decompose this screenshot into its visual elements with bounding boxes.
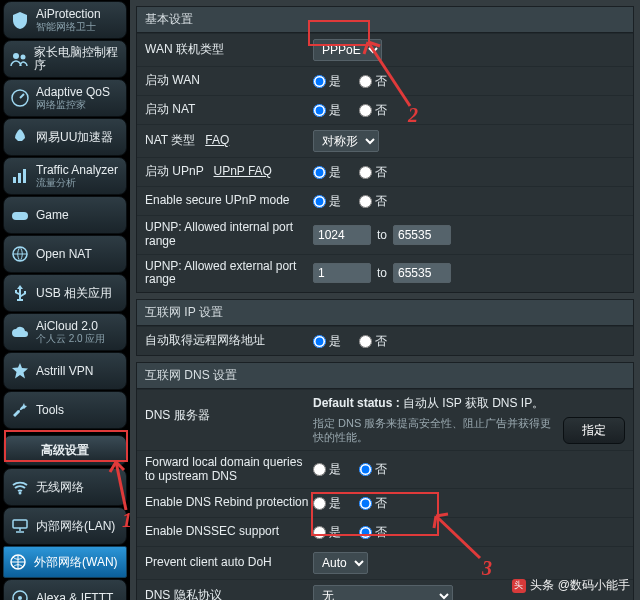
sidebar-item-shield[interactable]: AiProtection智能网络卫士 xyxy=(3,1,127,39)
rocket-icon xyxy=(10,127,30,147)
sidebar-item-rocket[interactable]: 网易UU加速器 xyxy=(3,118,127,156)
shield-icon xyxy=(10,10,30,30)
secure-upnp-radio[interactable]: 是 否 xyxy=(313,193,625,210)
sidebar: AiProtection智能网络卫士家长电脑控制程序Adaptive QoS网络… xyxy=(0,0,130,600)
sidebar-item-label: Open NAT xyxy=(36,248,92,261)
doh-label: Prevent client auto DoH xyxy=(145,556,313,570)
enable-upnp-radio[interactable]: 是 否 xyxy=(313,164,625,181)
dnssec-label: Enable DNSSEC support xyxy=(145,525,313,539)
upnp-faq-link[interactable]: UPnP FAQ xyxy=(213,164,271,178)
svg-rect-4 xyxy=(18,173,21,183)
sidebar-item-label: 家长电脑控制程序 xyxy=(34,46,120,72)
nat-type-label: NAT 类型 FAQ xyxy=(145,134,313,148)
dns-privacy-select[interactable]: 无 xyxy=(313,585,453,600)
usb-icon xyxy=(10,283,30,303)
enable-wan-radio[interactable]: 是 否 xyxy=(313,73,625,90)
auto-ip-radio[interactable]: 是 否 xyxy=(313,333,625,350)
wan-type-select[interactable]: PPPoE xyxy=(313,39,382,61)
dnssec-radio[interactable]: 是 否 xyxy=(313,524,625,541)
dns-rebind-radio[interactable]: 是 否 xyxy=(313,495,625,512)
enable-wan-label: 启动 WAN xyxy=(145,74,313,88)
enable-nat-label: 启动 NAT xyxy=(145,103,313,117)
sidebar-item-label: Traffic Analyzer流量分析 xyxy=(36,164,118,188)
smart-icon xyxy=(10,588,30,600)
sidebar-item-wifi[interactable]: 无线网络 xyxy=(3,468,127,506)
sidebar-item-smart[interactable]: Alexa & IFTTT xyxy=(3,579,127,600)
sidebar-item-usb[interactable]: USB 相关应用 xyxy=(3,274,127,312)
upnp-internal-label: UPNP: Allowed internal port range xyxy=(145,221,313,249)
upnp-external-to[interactable] xyxy=(393,263,451,283)
gamepad-icon xyxy=(10,205,30,225)
section-dns: 互联网 DNS 设置 DNS 服务器 Default status : 自动从 … xyxy=(136,362,634,600)
wan-icon xyxy=(8,552,28,572)
lan-icon xyxy=(10,516,30,536)
svg-rect-5 xyxy=(23,169,26,183)
svg-rect-3 xyxy=(13,177,16,183)
watermark: 头 头条 @数码小能手 xyxy=(512,577,630,594)
sidebar-item-gauge[interactable]: Adaptive QoS网络监控家 xyxy=(3,79,127,117)
sidebar-item-bars[interactable]: Traffic Analyzer流量分析 xyxy=(3,157,127,195)
sidebar-item-label: 外部网络(WAN) xyxy=(34,556,118,569)
enable-nat-radio[interactable]: 是 否 xyxy=(313,102,625,119)
sidebar-item-label: USB 相关应用 xyxy=(36,287,112,300)
secure-upnp-label: Enable secure UPnP mode xyxy=(145,194,313,208)
sidebar-item-globe[interactable]: Open NAT xyxy=(3,235,127,273)
nat-faq-link[interactable]: FAQ xyxy=(205,133,229,147)
upnp-external-from[interactable] xyxy=(313,263,371,283)
sidebar-item-people[interactable]: 家长电脑控制程序 xyxy=(3,40,127,78)
dns-forward-label: Forward local domain queries to upstream… xyxy=(145,456,313,484)
sidebar-item-label: 网易UU加速器 xyxy=(36,131,113,144)
bars-icon xyxy=(10,166,30,186)
people-icon xyxy=(10,49,28,69)
sidebar-item-label: AiProtection智能网络卫士 xyxy=(36,8,101,32)
watermark-icon: 头 xyxy=(512,579,526,593)
svg-point-12 xyxy=(18,596,22,600)
sidebar-item-lan[interactable]: 内部网络(LAN) xyxy=(3,507,127,545)
nat-type-select[interactable]: 对称形 xyxy=(313,130,379,152)
enable-upnp-label: 启动 UPnP UPnP FAQ xyxy=(145,165,313,179)
star-icon xyxy=(10,361,30,381)
cloud-icon xyxy=(10,322,30,342)
section-ip: 互联网 IP 设置 自动取得远程网络地址 是 否 xyxy=(136,299,634,356)
svg-rect-6 xyxy=(12,212,28,220)
sidebar-item-label: 内部网络(LAN) xyxy=(36,520,115,533)
dns-default-status-label: Default status : xyxy=(313,396,400,410)
wan-type-label: WAN 联机类型 xyxy=(145,43,313,57)
sidebar-item-label: AiCloud 2.0个人云 2.0 应用 xyxy=(36,320,105,344)
section-basic-header: 基本设置 xyxy=(137,7,633,33)
sidebar-item-star[interactable]: Astrill VPN xyxy=(3,352,127,390)
dns-forward-radio[interactable]: 是 否 xyxy=(313,461,625,478)
svg-rect-9 xyxy=(13,520,27,528)
wifi-icon xyxy=(10,477,30,497)
globe-icon xyxy=(10,244,30,264)
auto-ip-label: 自动取得远程网络地址 xyxy=(145,334,313,348)
dns-rebind-label: Enable DNS Rebind protection xyxy=(145,496,313,510)
dns-privacy-label: DNS 隐私协议 xyxy=(145,589,313,600)
watermark-author: @数码小能手 xyxy=(558,577,630,594)
sidebar-item-wan[interactable]: 外部网络(WAN) xyxy=(3,546,127,578)
wrench-icon xyxy=(10,400,30,420)
sidebar-item-gamepad[interactable]: Game xyxy=(3,196,127,234)
svg-point-1 xyxy=(21,55,26,60)
dns-assign-button[interactable]: 指定 xyxy=(563,417,625,444)
dns-server-note: 指定 DNS 服务来提高安全性、阻止广告并获得更快的性能。 xyxy=(313,416,563,445)
dns-server-label: DNS 服务器 xyxy=(145,395,313,423)
upnp-internal-from[interactable] xyxy=(313,225,371,245)
sidebar-item-wrench[interactable]: Tools xyxy=(3,391,127,429)
upnp-internal-to[interactable] xyxy=(393,225,451,245)
svg-point-8 xyxy=(19,492,22,495)
sidebar-item-label: Alexa & IFTTT xyxy=(36,592,113,600)
sidebar-item-label: Adaptive QoS网络监控家 xyxy=(36,86,110,110)
dns-default-status-text: 自动从 ISP 获取 DNS IP。 xyxy=(403,396,544,410)
sidebar-item-label: Astrill VPN xyxy=(36,365,93,378)
sidebar-advanced-header: 高级设置 xyxy=(3,435,127,466)
svg-point-0 xyxy=(13,53,19,59)
main-content: 基本设置 WAN 联机类型 PPPoE 启动 WAN 是 否 启动 NAT xyxy=(130,0,640,600)
gauge-icon xyxy=(10,88,30,108)
sidebar-item-label: 无线网络 xyxy=(36,481,84,494)
sidebar-item-label: Game xyxy=(36,209,69,222)
sidebar-item-label: Tools xyxy=(36,404,64,417)
doh-select[interactable]: Auto xyxy=(313,552,368,574)
section-basic: 基本设置 WAN 联机类型 PPPoE 启动 WAN 是 否 启动 NAT xyxy=(136,6,634,293)
sidebar-item-cloud[interactable]: AiCloud 2.0个人云 2.0 应用 xyxy=(3,313,127,351)
